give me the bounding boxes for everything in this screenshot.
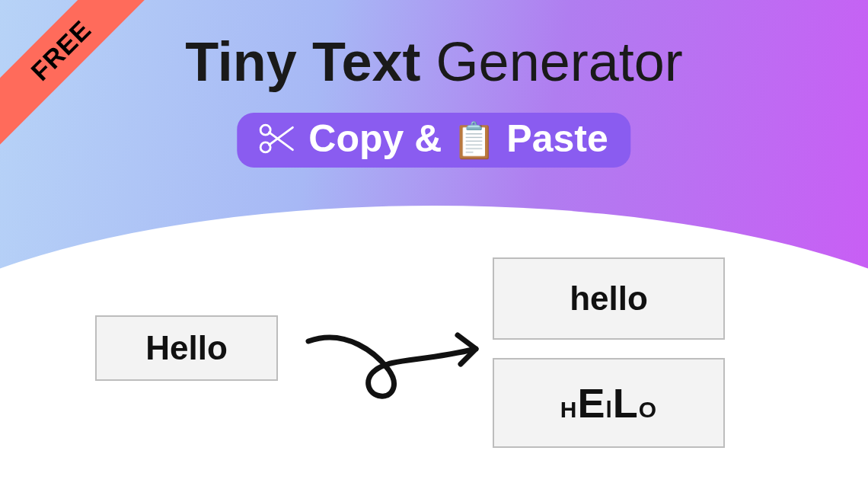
copy-paste-badge: Copy & 📋 Paste [237,113,630,168]
example-input-text: Hello [145,329,228,367]
copy-label: Copy & [308,120,442,158]
paste-label: Paste [506,120,608,158]
example-input-box: Hello [95,315,278,381]
clipboard-icon: 📋 [452,123,496,158]
page-title: Tiny Text Generator [0,34,868,91]
arrow-icon [301,320,491,427]
title-bold: Tiny Text [185,31,420,92]
scissors-icon [255,117,298,160]
example-output-1-text: hello [570,280,648,318]
title-rest: Generator [421,31,683,92]
example-output-2-text: HElLO [560,379,657,427]
example-output-box-2: HElLO [493,358,725,448]
example-output-box-1: hello [493,257,725,340]
